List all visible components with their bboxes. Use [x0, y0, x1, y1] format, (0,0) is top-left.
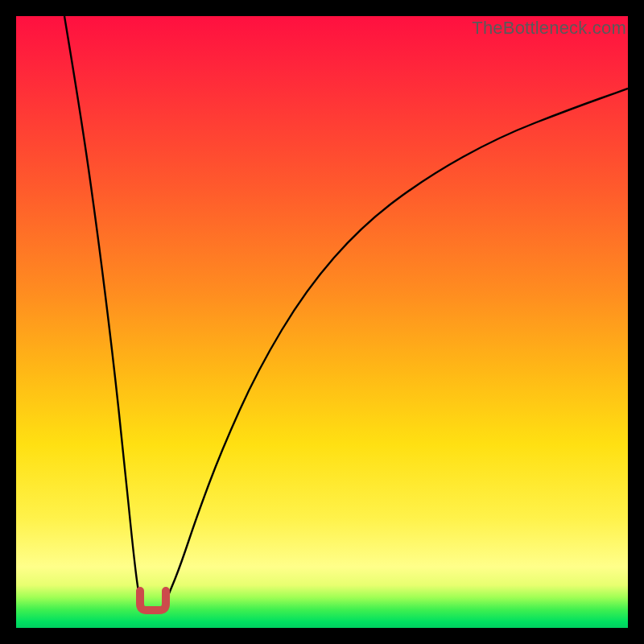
curve-left-limb	[64, 16, 142, 608]
dip-u-marker	[140, 591, 166, 610]
curve-right-limb	[163, 89, 628, 608]
plot-area	[16, 16, 628, 628]
curves-svg	[16, 16, 628, 628]
chart-frame: TheBottleneck.com	[0, 0, 644, 644]
source-label: TheBottleneck.com	[472, 18, 626, 39]
bottleneck-curve	[64, 16, 628, 608]
